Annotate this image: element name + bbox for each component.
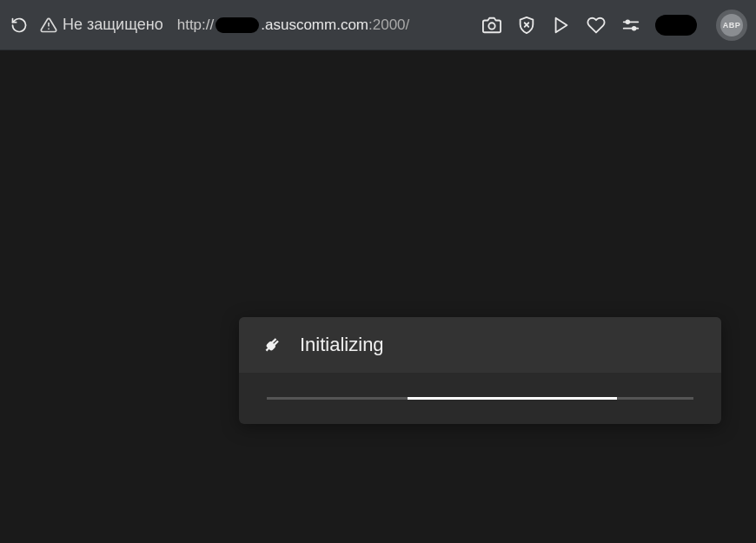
page-content: Initializing <box>0 50 756 543</box>
modal-title: Initializing <box>300 334 384 356</box>
camera-icon[interactable] <box>481 15 502 36</box>
toolbar-right-group: ABP <box>481 10 747 41</box>
url-protocol: http:// <box>177 17 215 33</box>
svg-point-8 <box>627 20 630 23</box>
progress-indicator <box>408 397 617 400</box>
plug-icon <box>260 333 284 357</box>
address-bar[interactable]: http://.asuscomm.com:2000/ <box>177 17 410 34</box>
modal-header: Initializing <box>239 317 721 373</box>
svg-point-9 <box>633 26 636 30</box>
modal-body <box>239 373 721 424</box>
browser-toolbar: Не защищено http://.asuscomm.com:2000/ <box>0 0 756 50</box>
send-icon[interactable] <box>551 15 572 36</box>
svg-point-2 <box>488 23 494 29</box>
extension-badge-label: ABP <box>720 14 743 36</box>
warning-icon <box>40 17 57 34</box>
reload-icon[interactable] <box>9 15 30 36</box>
url-port: :2000/ <box>368 17 409 33</box>
shield-x-icon[interactable] <box>516 15 537 36</box>
progress-bar <box>267 397 693 400</box>
svg-marker-5 <box>556 17 567 32</box>
sliders-icon[interactable] <box>620 15 641 36</box>
heart-icon[interactable] <box>586 15 607 36</box>
redacted-extension <box>655 15 697 36</box>
extension-badge[interactable]: ABP <box>716 10 747 41</box>
security-label-text: Не защищено <box>63 16 163 34</box>
security-status[interactable]: Не защищено <box>40 16 163 34</box>
url-redacted-segment <box>216 17 259 33</box>
url-domain: .asuscomm.com <box>261 17 368 33</box>
loading-modal: Initializing <box>239 317 721 424</box>
